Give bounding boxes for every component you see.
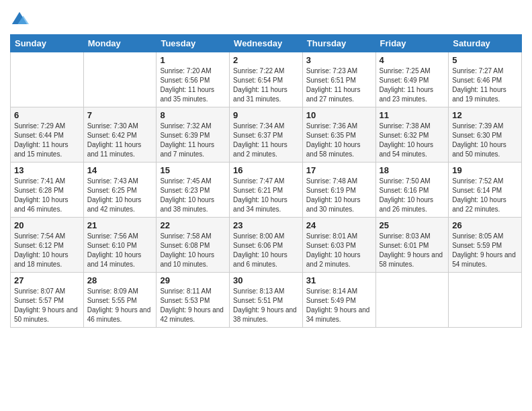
day-number: 23 [233, 220, 299, 230]
header-friday: Friday [375, 35, 449, 52]
day-number: 10 [306, 110, 372, 120]
day-info: Sunrise: 7:36 AMSunset: 6:35 PMDaylight:… [306, 122, 372, 159]
header-thursday: Thursday [302, 35, 375, 52]
day-cell: 13Sunrise: 7:41 AMSunset: 6:28 PMDayligh… [11, 163, 84, 218]
day-info: Sunrise: 7:41 AMSunset: 6:28 PMDaylight:… [14, 177, 80, 214]
day-cell: 29Sunrise: 8:11 AMSunset: 5:53 PMDayligh… [157, 273, 230, 328]
day-cell: 19Sunrise: 7:52 AMSunset: 6:14 PMDayligh… [449, 163, 522, 218]
day-cell: 1Sunrise: 7:20 AMSunset: 6:56 PMDaylight… [157, 52, 230, 107]
day-cell: 16Sunrise: 7:47 AMSunset: 6:21 PMDayligh… [230, 163, 303, 218]
day-info: Sunrise: 7:50 AMSunset: 6:16 PMDaylight:… [380, 177, 445, 214]
day-cell: 5Sunrise: 7:27 AMSunset: 6:46 PMDaylight… [449, 52, 522, 107]
day-info: Sunrise: 7:27 AMSunset: 6:46 PMDaylight:… [452, 66, 518, 104]
day-number: 31 [306, 275, 372, 285]
day-info: Sunrise: 7:20 AMSunset: 6:56 PMDaylight:… [160, 66, 226, 104]
header-saturday: Saturday [449, 35, 522, 52]
day-cell: 26Sunrise: 8:05 AMSunset: 5:59 PMDayligh… [449, 218, 522, 273]
day-info: Sunrise: 8:01 AMSunset: 6:03 PMDaylight:… [306, 232, 372, 269]
day-cell: 20Sunrise: 7:54 AMSunset: 6:12 PMDayligh… [11, 218, 84, 273]
day-info: Sunrise: 7:22 AMSunset: 6:54 PMDaylight:… [233, 66, 299, 104]
day-cell: 14Sunrise: 7:43 AMSunset: 6:25 PMDayligh… [83, 163, 157, 218]
day-info: Sunrise: 7:47 AMSunset: 6:21 PMDaylight:… [233, 177, 299, 214]
day-info: Sunrise: 8:07 AMSunset: 5:57 PMDaylight:… [14, 287, 80, 324]
day-cell: 24Sunrise: 8:01 AMSunset: 6:03 PMDayligh… [302, 218, 375, 273]
week-row-5: 27Sunrise: 8:07 AMSunset: 5:57 PMDayligh… [11, 273, 522, 328]
day-cell: 28Sunrise: 8:09 AMSunset: 5:55 PMDayligh… [83, 273, 157, 328]
day-info: Sunrise: 7:30 AMSunset: 6:42 PMDaylight:… [87, 122, 153, 159]
day-info: Sunrise: 7:32 AMSunset: 6:39 PMDaylight:… [160, 122, 226, 159]
day-cell: 11Sunrise: 7:38 AMSunset: 6:32 PMDayligh… [375, 107, 449, 163]
day-number: 4 [380, 55, 445, 65]
day-number: 24 [306, 220, 372, 230]
day-info: Sunrise: 7:34 AMSunset: 6:37 PMDaylight:… [233, 122, 299, 159]
day-cell [449, 273, 522, 328]
day-cell: 30Sunrise: 8:13 AMSunset: 5:51 PMDayligh… [230, 273, 303, 328]
logo-icon [10, 10, 29, 29]
day-info: Sunrise: 7:58 AMSunset: 6:08 PMDaylight:… [160, 232, 226, 269]
day-info: Sunrise: 8:05 AMSunset: 5:59 PMDaylight:… [452, 232, 518, 269]
day-number: 25 [380, 220, 445, 230]
calendar-table: SundayMondayTuesdayWednesdayThursdayFrid… [10, 34, 522, 328]
header-monday: Monday [83, 35, 157, 52]
day-number: 12 [452, 110, 518, 120]
day-number: 11 [380, 110, 445, 120]
day-info: Sunrise: 8:09 AMSunset: 5:55 PMDaylight:… [87, 287, 153, 324]
header-tuesday: Tuesday [157, 35, 230, 52]
week-row-2: 6Sunrise: 7:29 AMSunset: 6:44 PMDaylight… [11, 107, 522, 163]
day-info: Sunrise: 8:14 AMSunset: 5:49 PMDaylight:… [306, 287, 372, 324]
day-info: Sunrise: 7:56 AMSunset: 6:10 PMDaylight:… [87, 232, 153, 269]
week-row-1: 1Sunrise: 7:20 AMSunset: 6:56 PMDaylight… [11, 52, 522, 107]
day-cell: 4Sunrise: 7:25 AMSunset: 6:49 PMDaylight… [375, 52, 449, 107]
day-cell [11, 52, 84, 107]
day-info: Sunrise: 7:29 AMSunset: 6:44 PMDaylight:… [14, 122, 80, 159]
day-info: Sunrise: 7:23 AMSunset: 6:51 PMDaylight:… [306, 66, 372, 104]
logo [10, 10, 32, 29]
day-number: 27 [14, 275, 80, 285]
day-number: 7 [87, 110, 153, 120]
week-row-3: 13Sunrise: 7:41 AMSunset: 6:28 PMDayligh… [11, 163, 522, 218]
day-cell: 9Sunrise: 7:34 AMSunset: 6:37 PMDaylight… [230, 107, 303, 163]
day-number: 19 [452, 165, 518, 175]
day-cell: 25Sunrise: 8:03 AMSunset: 6:01 PMDayligh… [375, 218, 449, 273]
page: SundayMondayTuesdayWednesdayThursdayFrid… [0, 0, 532, 411]
day-cell: 21Sunrise: 7:56 AMSunset: 6:10 PMDayligh… [83, 218, 157, 273]
calendar-header-row: SundayMondayTuesdayWednesdayThursdayFrid… [11, 35, 522, 52]
day-info: Sunrise: 7:38 AMSunset: 6:32 PMDaylight:… [380, 122, 445, 159]
day-cell: 7Sunrise: 7:30 AMSunset: 6:42 PMDaylight… [83, 107, 157, 163]
day-number: 8 [160, 110, 226, 120]
day-number: 18 [380, 165, 445, 175]
day-number: 29 [160, 275, 226, 285]
day-number: 3 [306, 55, 372, 65]
day-cell [83, 52, 157, 107]
day-info: Sunrise: 8:11 AMSunset: 5:53 PMDaylight:… [160, 287, 226, 324]
day-cell: 22Sunrise: 7:58 AMSunset: 6:08 PMDayligh… [157, 218, 230, 273]
day-number: 22 [160, 220, 226, 230]
week-row-4: 20Sunrise: 7:54 AMSunset: 6:12 PMDayligh… [11, 218, 522, 273]
day-cell: 6Sunrise: 7:29 AMSunset: 6:44 PMDaylight… [11, 107, 84, 163]
day-number: 1 [160, 55, 226, 65]
day-info: Sunrise: 8:03 AMSunset: 6:01 PMDaylight:… [380, 232, 445, 269]
day-number: 30 [233, 275, 299, 285]
day-cell: 15Sunrise: 7:45 AMSunset: 6:23 PMDayligh… [157, 163, 230, 218]
header [10, 7, 522, 29]
day-cell: 17Sunrise: 7:48 AMSunset: 6:19 PMDayligh… [302, 163, 375, 218]
day-cell: 10Sunrise: 7:36 AMSunset: 6:35 PMDayligh… [302, 107, 375, 163]
day-info: Sunrise: 7:48 AMSunset: 6:19 PMDaylight:… [306, 177, 372, 214]
day-cell: 2Sunrise: 7:22 AMSunset: 6:54 PMDaylight… [230, 52, 303, 107]
day-number: 26 [452, 220, 518, 230]
day-cell: 18Sunrise: 7:50 AMSunset: 6:16 PMDayligh… [375, 163, 449, 218]
day-number: 20 [14, 220, 80, 230]
day-info: Sunrise: 7:25 AMSunset: 6:49 PMDaylight:… [380, 66, 445, 104]
day-info: Sunrise: 8:00 AMSunset: 6:06 PMDaylight:… [233, 232, 299, 269]
day-number: 21 [87, 220, 153, 230]
day-cell: 8Sunrise: 7:32 AMSunset: 6:39 PMDaylight… [157, 107, 230, 163]
day-number: 16 [233, 165, 299, 175]
day-number: 13 [14, 165, 80, 175]
header-wednesday: Wednesday [230, 35, 303, 52]
day-number: 5 [452, 55, 518, 65]
day-number: 2 [233, 55, 299, 65]
day-cell: 12Sunrise: 7:39 AMSunset: 6:30 PMDayligh… [449, 107, 522, 163]
day-cell: 27Sunrise: 8:07 AMSunset: 5:57 PMDayligh… [11, 273, 84, 328]
day-number: 28 [87, 275, 153, 285]
day-info: Sunrise: 7:54 AMSunset: 6:12 PMDaylight:… [14, 232, 80, 269]
